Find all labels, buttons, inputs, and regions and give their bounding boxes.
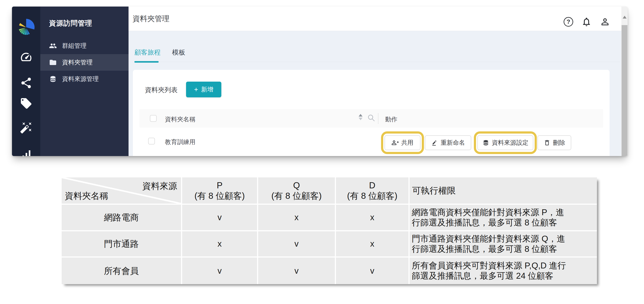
matrix-mark: x	[182, 231, 257, 256]
matrix-mark: v	[258, 231, 335, 256]
matrix-corner-cell: 資料來源 資料夾名稱	[62, 178, 181, 204]
sort-asc-icon	[358, 114, 362, 116]
folder-name-cell: 教育訓練用	[165, 138, 196, 146]
sidebar-item-label: 群組管理	[62, 42, 86, 50]
matrix-row-name: 門市通路	[62, 231, 181, 256]
help-icon[interactable]: ?	[563, 17, 574, 27]
tab-template[interactable]: 模板	[172, 48, 185, 57]
matrix-mark: v	[258, 257, 335, 284]
sidebar-item-label: 資料夾管理	[62, 58, 92, 67]
row-checkbox[interactable]	[148, 138, 155, 144]
folder-list-title: 資料夾列表	[145, 86, 178, 94]
help-glyph: ?	[564, 17, 573, 27]
column-folder-name: 資料夾名稱	[165, 115, 196, 123]
account-icon[interactable]	[600, 17, 610, 27]
tab-divider	[134, 62, 620, 62]
matrix-mark: v	[182, 257, 257, 284]
active-tab-underline	[134, 61, 158, 63]
share-icon[interactable]	[20, 77, 32, 89]
scrollbar[interactable]	[621, 7, 628, 156]
page-title: 資料夾管理	[132, 7, 170, 31]
source-code: D	[369, 180, 376, 191]
add-button[interactable]: + 新增	[186, 82, 221, 97]
permission-line: 篩選及推播訊息，最多可選 24 位顧客	[412, 271, 553, 281]
folder-icon	[49, 59, 57, 66]
delete-button-label: 刪除	[553, 138, 565, 147]
matrix-column-permissions: 可執行權限	[410, 178, 597, 204]
source-note: (有 8 位顧客)	[271, 191, 322, 201]
main-area: 資料夾管理 ? 顧客旅程 模板 資料夾列表 + 新增	[128, 7, 628, 156]
sidebar-item-group-management[interactable]: 群組管理	[40, 38, 128, 54]
sort-icon[interactable]	[358, 114, 362, 120]
permission-line: 網路電商資料夾僅能針對資料來源 P，進	[412, 207, 564, 218]
rename-icon	[431, 139, 438, 146]
matrix-mark: v	[336, 257, 408, 284]
tag-icon[interactable]	[20, 97, 32, 110]
matrix-mark: x	[336, 231, 408, 256]
corner-label-folder-name: 資料夾名稱	[65, 190, 108, 202]
search-icon[interactable]	[367, 114, 375, 122]
icon-rail	[12, 7, 40, 156]
source-code: P	[217, 180, 223, 191]
notifications-icon[interactable]	[581, 17, 592, 27]
datasource-settings-label: 資料來源設定	[492, 138, 528, 147]
delete-button[interactable]: 刪除	[538, 135, 571, 150]
table-row: 教育訓練用 共用 重新命名 資料來源設定	[140, 128, 603, 156]
sidebar-item-label: 資料來源管理	[62, 75, 99, 83]
datasource-icon	[482, 139, 489, 146]
content-area: 顧客旅程 模板 資料夾列表 + 新增 資料夾名稱	[128, 31, 628, 156]
scrollbar-thumb[interactable]	[622, 25, 628, 156]
select-all-checkbox[interactable]	[150, 115, 157, 122]
source-code: Q	[293, 180, 300, 191]
bar-chart-icon[interactable]	[20, 148, 32, 156]
header-divider	[378, 113, 378, 124]
matrix-row-name: 所有會員	[62, 257, 181, 284]
share-button-label: 共用	[401, 138, 414, 147]
rename-button[interactable]: 重新命名	[425, 135, 471, 150]
matrix-mark: x	[336, 205, 408, 230]
add-button-label: 新增	[201, 85, 213, 94]
source-note: (有 8 位顧客)	[347, 191, 398, 201]
permission-line: 行篩選及推播訊息，最多可選 8 位顧客	[412, 244, 557, 254]
share-button[interactable]: 共用	[384, 135, 420, 150]
group-icon	[49, 42, 57, 50]
plus-icon: +	[194, 86, 198, 93]
person-add-icon	[392, 139, 399, 146]
rename-button-label: 重新命名	[441, 138, 465, 147]
matrix-mark: x	[258, 205, 335, 230]
matrix-row-name: 網路電商	[62, 205, 181, 230]
app-window: 資源訪問管理 群組管理 資料夾管理 資料來源管理 資料夾管理 ?	[12, 7, 628, 156]
matrix-mark: v	[182, 205, 257, 230]
permission-line: 門市通路資料夾僅能針對資料來源 Q，進	[412, 234, 565, 244]
matrix-column-q: Q (有 8 位顧客)	[258, 178, 335, 204]
column-action: 動作	[385, 115, 398, 123]
table-header-row: 資料夾名稱 動作	[140, 109, 603, 128]
scrollbar-up-arrow-icon[interactable]	[623, 16, 626, 19]
sidebar-item-datasource-management[interactable]: 資料來源管理	[40, 71, 128, 87]
permission-line: 所有會員資料夾可對資料來源 P,Q,D 進行	[412, 261, 566, 271]
sidebar: 資源訪問管理 群組管理 資料夾管理 資料來源管理	[40, 7, 128, 156]
matrix-permission-text: 門市通路資料夾僅能針對資料來源 Q，進 行篩選及推播訊息，最多可選 8 位顧客	[410, 231, 597, 256]
sidebar-title: 資源訪問管理	[49, 19, 92, 28]
tab-customer-journey[interactable]: 顧客旅程	[134, 48, 160, 57]
sort-desc-icon	[358, 118, 362, 120]
matrix-column-p: P (有 8 位顧客)	[182, 178, 257, 204]
delete-icon	[544, 139, 550, 146]
corner-label-data-source: 資料來源	[142, 180, 177, 192]
brand-logo-icon[interactable]	[17, 18, 35, 37]
datasource-settings-button[interactable]: 資料來源設定	[477, 135, 533, 150]
permission-matrix-table: 資料來源 資料夾名稱 P (有 8 位顧客) Q (有 8 位顧客) D (有 …	[62, 178, 597, 284]
page-header: 資料夾管理 ?	[128, 7, 628, 31]
permission-line: 行篩選及推播訊息，最多可選 8 位顧客	[412, 218, 557, 228]
database-icon	[49, 75, 57, 83]
sidebar-item-folder-management[interactable]: 資料夾管理	[40, 54, 128, 71]
matrix-permission-text: 所有會員資料夾可對資料來源 P,Q,D 進行 篩選及推播訊息，最多可選 24 位…	[410, 257, 597, 284]
speedometer-icon[interactable]	[20, 51, 32, 63]
matrix-column-d: D (有 8 位顧客)	[336, 178, 408, 204]
magic-wand-icon[interactable]	[20, 121, 32, 134]
matrix-permission-text: 網路電商資料夾僅能針對資料來源 P，進 行篩選及推播訊息，最多可選 8 位顧客	[410, 205, 597, 230]
source-note: (有 8 位顧客)	[194, 191, 245, 201]
folder-list-card: 資料夾列表 + 新增 資料夾名稱 動	[133, 70, 610, 156]
